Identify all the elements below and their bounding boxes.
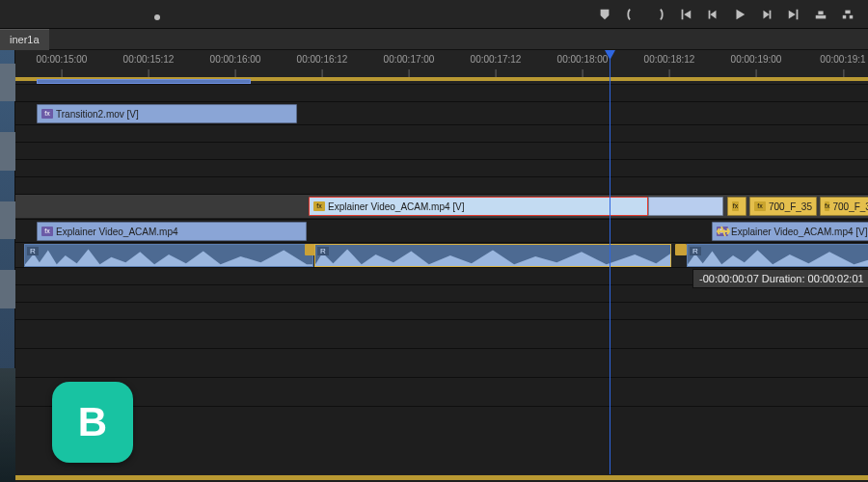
ruler-tick: 00:00:17:12 xyxy=(471,54,522,65)
asset-thumb[interactable] xyxy=(0,368,15,482)
clip[interactable]: fx Explainer Video_ACAM.mp4 [V] xyxy=(712,222,868,241)
trim-tooltip: -00:00:00:07 Duration: 00:00:02:01 xyxy=(692,269,868,288)
sequence-tab-row: iner1a xyxy=(0,29,868,50)
go-to-out-icon[interactable] xyxy=(787,8,800,21)
sequence-tab[interactable]: iner1a xyxy=(0,29,49,50)
fx-badge-icon: fx xyxy=(732,201,739,211)
playhead[interactable] xyxy=(610,50,610,474)
video-track-empty[interactable] xyxy=(15,85,868,102)
clip-still[interactable]: fx xyxy=(727,197,746,216)
ruler-tick: 00:00:15:12 xyxy=(123,54,175,65)
svg-rect-1 xyxy=(818,11,823,14)
lift-icon[interactable] xyxy=(814,8,827,21)
step-forward-icon[interactable] xyxy=(760,8,773,21)
svg-rect-3 xyxy=(850,14,854,18)
video-track-empty[interactable] xyxy=(15,125,868,143)
audio-track-empty[interactable] xyxy=(15,303,868,320)
audio-track-empty[interactable] xyxy=(15,320,868,349)
ruler-tick: 00:00:18:12 xyxy=(644,54,695,65)
zoom-scrollbar[interactable] xyxy=(15,475,868,480)
rate-stretch-cursor-icon xyxy=(716,224,731,239)
ruler-tick: 00:00:15:00 xyxy=(37,54,88,65)
ruler-tick: 00:00:19:00 xyxy=(731,54,782,65)
clip-transition[interactable]: fx Transition2.mov [V] xyxy=(37,104,297,123)
clip-label: Explainer Video_ACAM.mp4 [V] xyxy=(731,227,868,237)
extract-icon[interactable] xyxy=(841,8,854,21)
audio-track[interactable]: R R R xyxy=(15,243,868,268)
audio-clip-tag: R xyxy=(27,247,39,255)
play-icon[interactable] xyxy=(733,8,746,21)
ruler-tick: 00:00:16:12 xyxy=(297,54,348,65)
svg-rect-0 xyxy=(816,14,827,18)
clip-label: 700_F_35 xyxy=(832,201,868,212)
go-to-in-icon[interactable] xyxy=(679,8,692,21)
audio-track-empty[interactable] xyxy=(15,349,868,378)
asset-thumb[interactable] xyxy=(0,201,15,239)
tooltip-text: -00:00:00:07 Duration: 00:00:02:01 xyxy=(699,273,864,284)
waveform-icon xyxy=(688,245,868,266)
overflow-dot xyxy=(154,14,160,20)
marker-icon[interactable] xyxy=(598,8,611,21)
overlay-step-label: B xyxy=(78,399,107,445)
video-track[interactable]: fx Explainer Video_ACAM.mp4 fx Explainer… xyxy=(15,220,868,243)
clip-label: 700_F_35 xyxy=(769,201,812,212)
playback-toolbar xyxy=(0,0,868,29)
video-track-empty[interactable] xyxy=(15,160,868,177)
sequence-tab-label: iner1a xyxy=(10,34,40,45)
clip-label: Explainer Video_ACAM.mp4 [V] xyxy=(328,201,465,212)
work-area-bar[interactable] xyxy=(37,79,251,84)
clip[interactable]: fx Explainer Video_ACAM.mp4 xyxy=(37,222,307,241)
clip-selected[interactable]: fx Explainer Video_ACAM.mp4 [V] xyxy=(309,197,648,216)
crossfade-icon[interactable] xyxy=(675,244,687,255)
ruler-tick: 00:00:17:00 xyxy=(384,54,435,65)
audio-clip-selected[interactable]: R xyxy=(314,244,671,267)
source-thumbnail-strip xyxy=(0,50,15,482)
audio-clip[interactable]: R xyxy=(24,244,313,267)
clip-extension[interactable] xyxy=(648,197,723,216)
audio-track-empty[interactable] xyxy=(15,378,868,407)
audio-clip-tag: R xyxy=(690,247,701,255)
time-ruler[interactable]: 00:00:15:0000:00:15:1200:00:16:0000:00:1… xyxy=(15,50,868,85)
svg-rect-2 xyxy=(843,14,847,18)
svg-rect-4 xyxy=(845,10,850,13)
mark-in-icon[interactable] xyxy=(625,8,638,21)
ruler-tick: 00:00:19:1 xyxy=(820,54,865,65)
fx-badge-icon: fx xyxy=(754,201,766,211)
clip-label: Transition2.mov [V] xyxy=(56,109,139,120)
video-track-empty[interactable] xyxy=(15,143,868,160)
audio-clip[interactable]: R xyxy=(687,244,868,267)
overlay-step-badge: B xyxy=(52,382,133,463)
waveform-icon xyxy=(315,245,670,266)
video-track-v1[interactable]: fx Explainer Video_ACAM.mp4 [V] fx fx 70… xyxy=(15,195,868,220)
video-track-empty[interactable] xyxy=(15,177,868,195)
waveform-icon xyxy=(25,245,312,266)
fx-badge-icon: fx xyxy=(313,201,325,211)
clip-label: Explainer Video_ACAM.mp4 xyxy=(56,227,178,237)
fx-badge-icon: fx xyxy=(41,227,53,236)
fx-badge-icon: fx xyxy=(41,109,53,119)
clip-still[interactable]: fx 700_F_35 xyxy=(820,197,868,216)
asset-thumb[interactable] xyxy=(0,270,15,308)
clip-still[interactable]: fx 700_F_35 xyxy=(749,197,817,216)
step-back-icon[interactable] xyxy=(706,8,719,21)
asset-thumb[interactable] xyxy=(0,64,15,101)
video-track[interactable]: fx Transition2.mov [V] xyxy=(15,102,868,125)
ruler-tick: 00:00:18:00 xyxy=(557,54,609,65)
ruler-tick: 00:00:16:00 xyxy=(210,54,261,65)
mark-out-icon[interactable] xyxy=(652,8,665,21)
fx-badge-icon: fx xyxy=(825,201,829,211)
asset-thumb[interactable] xyxy=(0,132,15,170)
audio-clip-tag: R xyxy=(317,247,329,255)
